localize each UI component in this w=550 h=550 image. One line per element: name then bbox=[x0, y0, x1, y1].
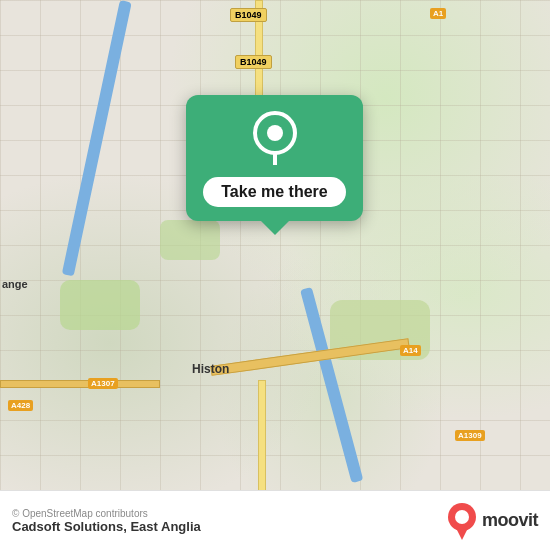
location-pin-icon bbox=[248, 111, 302, 165]
field-grid bbox=[0, 0, 550, 490]
map-container: B1049 B1049 A14 A1307 A428 A1309 A1 Hist… bbox=[0, 0, 550, 490]
footer: © OpenStreetMap contributors Cadsoft Sol… bbox=[0, 490, 550, 550]
popup-card[interactable]: Take me there bbox=[186, 95, 363, 221]
road-a1307 bbox=[0, 380, 160, 388]
road-sign-a14: A14 bbox=[400, 345, 421, 356]
partial-town-label: ange bbox=[2, 278, 28, 290]
copyright-text: © OpenStreetMap contributors bbox=[12, 508, 201, 519]
moovit-text: moovit bbox=[482, 510, 538, 531]
road-sign-a1307: A1307 bbox=[88, 378, 118, 389]
take-me-there-button[interactable]: Take me there bbox=[203, 177, 345, 207]
road-sign-a428: A428 bbox=[8, 400, 33, 411]
town-label-histon: Histon bbox=[192, 362, 229, 376]
moovit-logo: moovit bbox=[446, 502, 538, 540]
road-sign-a1309: A1309 bbox=[455, 430, 485, 441]
road-label-b1049-top2: B1049 bbox=[235, 55, 272, 69]
green-area-1 bbox=[60, 280, 140, 330]
green-area-2 bbox=[160, 220, 220, 260]
svg-marker-5 bbox=[456, 528, 468, 540]
location-title: Cadsoft Solutions, East Anglia bbox=[12, 519, 201, 534]
road-b1049-bottom bbox=[258, 380, 266, 490]
footer-left: © OpenStreetMap contributors Cadsoft Sol… bbox=[12, 508, 201, 534]
svg-point-1 bbox=[267, 125, 283, 141]
moovit-pin-icon bbox=[446, 502, 478, 540]
road-sign-top-right: A1 bbox=[430, 8, 446, 19]
road-label-b1049-top1: B1049 bbox=[230, 8, 267, 22]
svg-point-4 bbox=[455, 510, 469, 524]
